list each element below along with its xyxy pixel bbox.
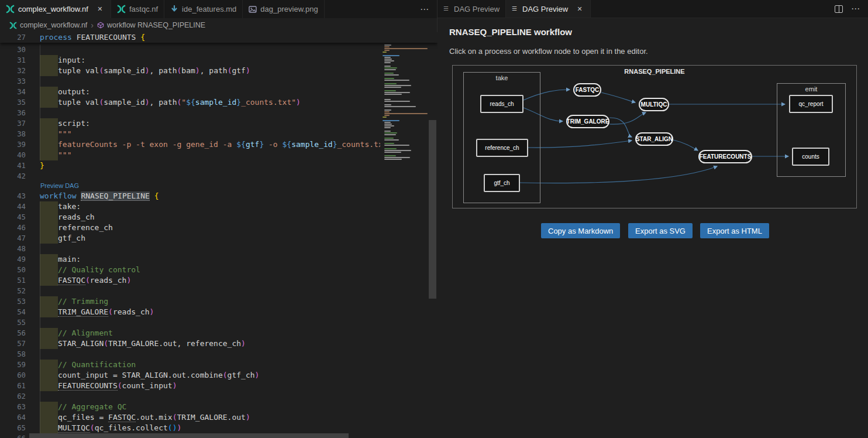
minimap-line xyxy=(384,101,410,102)
code-line[interactable]: 57STAR_ALIGN(TRIM_GALORE.out, reference_… xyxy=(0,338,380,349)
code-line[interactable]: 32tuple val(sample_id), path(bam), path(… xyxy=(0,66,380,76)
dag-node-FASTQC[interactable]: FASTQC xyxy=(573,83,601,97)
breadcrumb-symbol[interactable]: workflow RNASEQ_PIPELINE xyxy=(97,21,205,29)
code-line[interactable]: 55 xyxy=(0,317,380,328)
indent-highlight xyxy=(40,129,58,139)
code-line[interactable]: 60count_input = STAR_ALIGN.out.combine(g… xyxy=(0,370,380,381)
code-line[interactable]: 44take: xyxy=(0,201,380,212)
dag-node-STAR_ALIGN[interactable]: STAR_ALIGN xyxy=(635,132,673,146)
copy-as-markdown-button[interactable]: Copy as Markdown xyxy=(541,223,620,238)
dag-node-MULTIQC[interactable]: MULTIQC xyxy=(639,98,669,111)
line-number: 43 xyxy=(0,191,40,201)
code-line[interactable]: 56// Alignment xyxy=(0,328,380,338)
code-line[interactable]: 34output: xyxy=(0,87,380,97)
code-text: // Quantification xyxy=(40,360,380,370)
code-editor[interactable]: 27process FEATURECOUNTS { 3031input:32tu… xyxy=(0,32,438,438)
code-line[interactable]: 42 xyxy=(0,171,380,182)
minimap[interactable] xyxy=(380,32,428,438)
code-text: // Aggregate QC xyxy=(40,402,380,412)
sticky-scroll-line[interactable]: 27process FEATURECOUNTS { xyxy=(0,32,438,43)
code-line[interactable]: 33 xyxy=(0,76,380,87)
tab-dag-preview-1[interactable]: ☰ DAG Preview xyxy=(438,0,506,18)
code-text: count_input = STAR_ALIGN.out.combine(gtf… xyxy=(40,370,380,381)
code-line[interactable]: 43workflow RNASEQ_PIPELINE { xyxy=(0,191,380,201)
tab-fastqc[interactable]: fastqc.nf xyxy=(111,0,164,18)
code-line[interactable]: 35tuple val(sample_id), path("${sample_i… xyxy=(0,97,380,108)
tab-ide-features[interactable]: ide_features.md xyxy=(164,0,243,18)
code-line[interactable]: 46reference_ch xyxy=(0,223,380,233)
horizontal-scrollbar-thumb[interactable] xyxy=(29,433,349,438)
code-line[interactable]: 54TRIM_GALORE(reads_ch) xyxy=(0,307,380,317)
indent-highlight xyxy=(40,381,58,391)
code-line[interactable]: 58 xyxy=(0,349,380,360)
dag-preview-panel: ☰ DAG Preview ☰ DAG Preview ✕ ⋯ RNASEQ_P… xyxy=(438,0,868,438)
export-as-svg-button[interactable]: Export as SVG xyxy=(628,223,693,238)
code-line[interactable]: 62 xyxy=(0,391,380,402)
code-line[interactable]: 39featureCounts -p -t exon -g gene_id -a… xyxy=(0,139,380,150)
code-text: reference_ch xyxy=(40,223,380,233)
code-line[interactable]: 41} xyxy=(0,160,380,171)
indent-guide xyxy=(40,317,58,328)
dag-node-qc_report[interactable]: qc_report xyxy=(789,95,833,113)
code-line[interactable]: 40""" xyxy=(0,150,380,160)
tab-complex-workflow[interactable]: complex_workflow.nf ✕ xyxy=(0,0,111,18)
code-line[interactable]: 31input: xyxy=(0,55,380,66)
tab-label: ide_features.md xyxy=(182,5,236,13)
line-number: 39 xyxy=(0,139,40,150)
line-number: 50 xyxy=(0,265,40,275)
code-line[interactable]: 52 xyxy=(0,286,380,296)
dag-node-TRIM_GALORE[interactable]: TRIM_GALORE xyxy=(566,115,609,128)
code-line[interactable]: 64qc_files = FASTQC.out.mix(TRIM_GALORE.… xyxy=(0,412,380,423)
code-text xyxy=(40,76,380,87)
more-actions-icon[interactable]: ⋯ xyxy=(851,4,860,14)
dag-node-gtf_ch[interactable]: gtf_ch xyxy=(484,174,520,192)
minimap-line xyxy=(380,81,428,83)
code-line[interactable]: 65MULTIQC(qc_files.collect()) xyxy=(0,423,380,433)
split-editor-icon[interactable] xyxy=(835,5,843,13)
vertical-scrollbar[interactable] xyxy=(428,32,437,438)
minimap-line xyxy=(384,104,391,105)
dag-node-FEATURECOUNTS[interactable]: FEATURECOUNTS xyxy=(698,150,752,163)
minimap-line xyxy=(384,80,409,81)
tab-overflow-button[interactable]: ⋯ xyxy=(412,0,437,18)
codelens-preview-dag[interactable]: Preview DAG xyxy=(0,182,380,191)
code-line[interactable]: 50// Quality control xyxy=(0,265,380,275)
indent-highlight xyxy=(40,338,58,349)
markdown-icon xyxy=(170,5,178,13)
line-number: 65 xyxy=(0,423,40,433)
code-line[interactable]: 48 xyxy=(0,244,380,254)
code-line[interactable]: 36 xyxy=(0,108,380,118)
export-as-html-button[interactable]: Export as HTML xyxy=(700,223,769,238)
code-line[interactable]: 45reads_ch xyxy=(0,212,380,223)
code-line[interactable]: 63// Aggregate QC xyxy=(0,402,380,412)
dag-node-reference_ch[interactable]: reference_ch xyxy=(476,139,528,157)
indent-highlight xyxy=(40,254,58,265)
code-line[interactable]: 30 xyxy=(0,45,380,55)
horizontal-scrollbar[interactable] xyxy=(0,433,438,438)
code-line[interactable]: 47gtf_ch xyxy=(0,233,380,244)
minimap-line xyxy=(380,71,428,72)
code-line[interactable]: 61FEATURECOUNTS(count_input) xyxy=(0,381,380,391)
dag-node-reads_ch[interactable]: reads_ch xyxy=(480,95,523,113)
indent-highlight xyxy=(40,212,58,223)
code-line[interactable]: 59// Quantification xyxy=(0,360,380,370)
code-line[interactable]: 49main: xyxy=(0,254,380,265)
indent-highlight xyxy=(40,233,58,244)
code-line[interactable]: 27process FEATURECOUNTS { xyxy=(0,32,438,43)
close-icon[interactable]: ✕ xyxy=(95,5,105,13)
breadcrumb-file[interactable]: complex_workflow.nf xyxy=(20,21,87,29)
minimap-line xyxy=(384,57,391,58)
code-line[interactable]: 51FASTQC(reads_ch) xyxy=(0,275,380,286)
code-text: TRIM_GALORE(reads_ch) xyxy=(40,307,380,317)
dag-diagram: RNASEQ_PIPELINE takeemitreads_chreferenc… xyxy=(452,65,857,208)
tab-dag-preview-2[interactable]: ☰ DAG Preview ✕ xyxy=(506,0,591,18)
tab-dag-preview-png[interactable]: dag_preview.png xyxy=(243,0,324,18)
minimap-line xyxy=(383,117,387,118)
close-icon[interactable]: ✕ xyxy=(575,5,584,13)
code-line[interactable]: 38""" xyxy=(0,129,380,139)
dag-node-counts[interactable]: counts xyxy=(792,148,829,166)
minimap-line xyxy=(384,124,392,125)
code-line[interactable]: 53// Trimming xyxy=(0,296,380,307)
vertical-scrollbar-thumb[interactable] xyxy=(429,120,436,299)
code-line[interactable]: 37script: xyxy=(0,118,380,129)
